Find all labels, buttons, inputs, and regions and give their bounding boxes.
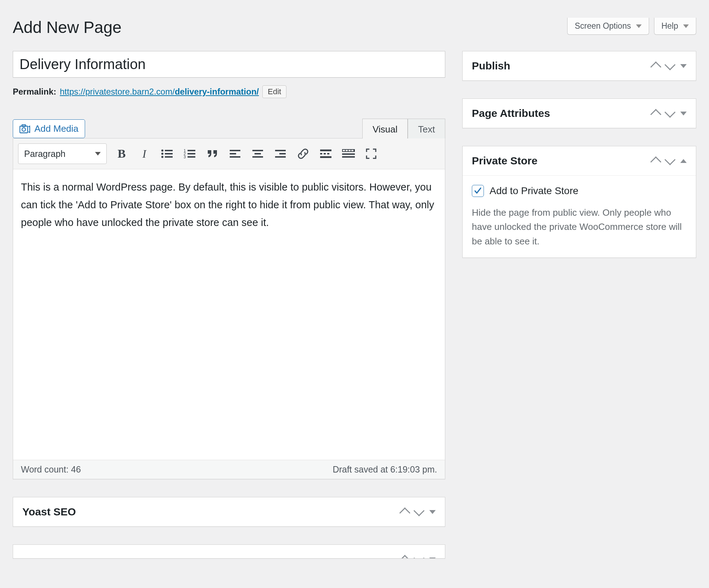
post-title-input[interactable] <box>13 51 445 78</box>
italic-icon[interactable]: I <box>136 146 152 162</box>
svg-rect-33 <box>351 150 353 151</box>
svg-point-3 <box>161 149 163 152</box>
caret-down-icon[interactable] <box>680 112 687 115</box>
svg-rect-14 <box>188 156 195 158</box>
chevron-up-icon[interactable] <box>399 507 410 518</box>
svg-point-5 <box>161 153 163 155</box>
svg-rect-2 <box>22 125 26 126</box>
svg-rect-18 <box>252 150 263 151</box>
metabox-publish: Publish <box>462 51 696 81</box>
svg-rect-32 <box>348 150 351 151</box>
svg-rect-30 <box>343 150 345 151</box>
autosave-status: Draft saved at 6:19:03 pm. <box>333 464 437 475</box>
svg-text:3: 3 <box>184 155 186 159</box>
word-count: Word count: 46 <box>21 464 81 475</box>
metabox-publish-toggle[interactable]: Publish <box>463 51 696 80</box>
chevron-down-icon[interactable] <box>413 553 424 559</box>
svg-rect-28 <box>320 156 331 158</box>
bold-icon[interactable]: B <box>114 146 129 162</box>
help-button[interactable]: Help <box>654 18 696 35</box>
link-icon[interactable] <box>295 146 311 162</box>
permalink-link[interactable]: https://privatestore.barn2.com/delivery-… <box>60 87 259 97</box>
svg-rect-27 <box>327 153 329 154</box>
svg-point-1 <box>22 128 26 131</box>
svg-rect-22 <box>279 153 286 154</box>
metabox-yoast: Yoast SEO <box>13 497 445 527</box>
fullscreen-icon[interactable] <box>363 146 379 162</box>
align-left-icon[interactable] <box>227 146 243 162</box>
caret-down-icon[interactable] <box>429 558 436 559</box>
block-format-select[interactable]: Paragraph <box>18 143 107 164</box>
editor-body[interactable]: This is a normal WordPress page. By defa… <box>13 169 445 460</box>
blockquote-icon[interactable] <box>205 146 220 162</box>
metabox-page-attributes: Page Attributes <box>462 98 696 128</box>
permalink-edit-button[interactable]: Edit <box>262 85 286 98</box>
toolbar-toggle-icon[interactable] <box>341 146 356 162</box>
svg-rect-25 <box>320 153 322 154</box>
svg-rect-21 <box>275 150 286 151</box>
metabox-page-attributes-toggle[interactable]: Page Attributes <box>463 99 696 128</box>
private-store-description: Hide the page from public view. Only peo… <box>472 205 687 248</box>
svg-rect-0 <box>20 126 28 133</box>
svg-rect-19 <box>255 153 261 154</box>
svg-rect-6 <box>165 153 173 154</box>
chevron-up-icon[interactable] <box>399 555 410 559</box>
svg-rect-12 <box>188 153 195 154</box>
chevron-down-icon[interactable] <box>664 59 675 70</box>
svg-rect-16 <box>230 153 236 154</box>
screen-options-button[interactable]: Screen Options <box>567 18 649 35</box>
permalink-row: Permalink: https://privatestore.barn2.co… <box>13 85 445 98</box>
editor-statusbar: Word count: 46 Draft saved at 6:19:03 pm… <box>13 460 445 479</box>
chevron-down-icon[interactable] <box>664 107 675 118</box>
chevron-down-icon[interactable] <box>413 505 424 516</box>
svg-rect-23 <box>275 156 286 158</box>
svg-rect-17 <box>230 156 240 158</box>
tab-text[interactable]: Text <box>408 119 445 138</box>
editor-toolbar: Paragraph B I 123 <box>13 138 445 169</box>
svg-rect-31 <box>346 150 348 151</box>
add-media-button[interactable]: Add Media <box>13 119 85 138</box>
svg-rect-20 <box>252 156 263 158</box>
svg-rect-4 <box>165 150 173 151</box>
tab-visual[interactable]: Visual <box>362 119 408 138</box>
align-center-icon[interactable] <box>250 146 266 162</box>
svg-rect-10 <box>188 150 195 151</box>
svg-rect-26 <box>324 153 326 154</box>
chevron-down-icon[interactable] <box>664 154 675 165</box>
add-to-private-store-label[interactable]: Add to Private Store <box>490 185 579 197</box>
caret-up-icon[interactable] <box>680 159 687 163</box>
read-more-icon[interactable] <box>318 146 334 162</box>
help-label: Help <box>661 21 678 31</box>
add-media-label: Add Media <box>34 123 78 134</box>
permalink-label: Permalink: <box>13 87 56 97</box>
caret-down-icon <box>95 152 101 156</box>
metabox-partial <box>13 544 445 559</box>
chevron-up-icon[interactable] <box>650 61 661 72</box>
metabox-private-store: Private Store Add to Private Store H <box>462 146 696 258</box>
svg-rect-8 <box>165 156 173 158</box>
svg-rect-34 <box>342 153 355 155</box>
svg-rect-24 <box>320 149 331 151</box>
svg-rect-15 <box>230 150 240 151</box>
chevron-up-icon[interactable] <box>650 156 661 167</box>
svg-rect-35 <box>342 156 355 158</box>
screen-options-label: Screen Options <box>575 21 631 31</box>
svg-point-7 <box>161 156 163 158</box>
camera-icon <box>19 124 30 134</box>
caret-down-icon <box>683 24 689 28</box>
editor: Paragraph B I 123 <box>13 138 445 479</box>
caret-down-icon[interactable] <box>429 510 436 514</box>
caret-down-icon <box>636 24 642 28</box>
caret-down-icon[interactable] <box>680 64 687 68</box>
chevron-up-icon[interactable] <box>650 109 661 120</box>
metabox-partial-toggle[interactable] <box>13 545 445 559</box>
editor-tabs: Visual Text <box>362 119 445 138</box>
private-store-body: Add to Private Store Hide the page from … <box>463 175 696 258</box>
bulleted-list-icon[interactable] <box>159 146 175 162</box>
metabox-yoast-toggle[interactable]: Yoast SEO <box>13 497 445 526</box>
numbered-list-icon[interactable]: 123 <box>182 146 197 162</box>
add-to-private-store-checkbox[interactable] <box>472 185 484 197</box>
metabox-private-store-toggle[interactable]: Private Store <box>463 146 696 175</box>
align-right-icon[interactable] <box>273 146 288 162</box>
